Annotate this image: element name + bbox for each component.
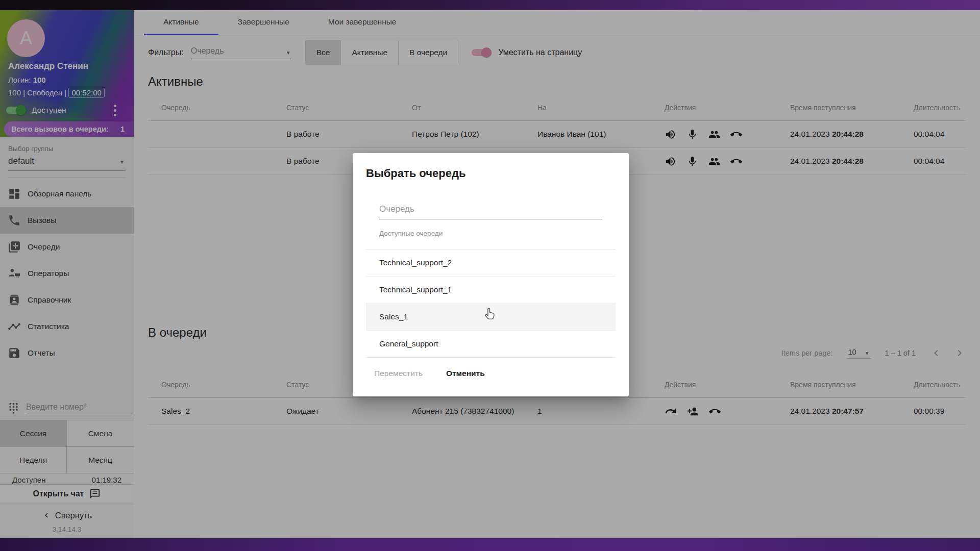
list-item[interactable]: Technical_support_1 — [366, 277, 616, 304]
list-item[interactable]: General_support — [366, 331, 616, 358]
dialog-footer: Переместить Отменить — [366, 358, 616, 389]
cancel-button[interactable]: Отменить — [438, 364, 493, 383]
dialog-title: Выбрать очередь — [366, 166, 616, 181]
select-queue-dialog: Выбрать очередь Доступные очереди Techni… — [353, 153, 629, 396]
available-queues-label: Доступные очереди — [379, 230, 602, 237]
list-item[interactable]: Technical_support_2 — [366, 249, 616, 277]
queue-search-input[interactable] — [379, 204, 602, 219]
move-button[interactable]: Переместить — [366, 364, 431, 383]
list-item[interactable]: Sales_1 — [366, 304, 616, 331]
queue-list: Technical_support_2 Technical_support_1 … — [366, 249, 616, 358]
